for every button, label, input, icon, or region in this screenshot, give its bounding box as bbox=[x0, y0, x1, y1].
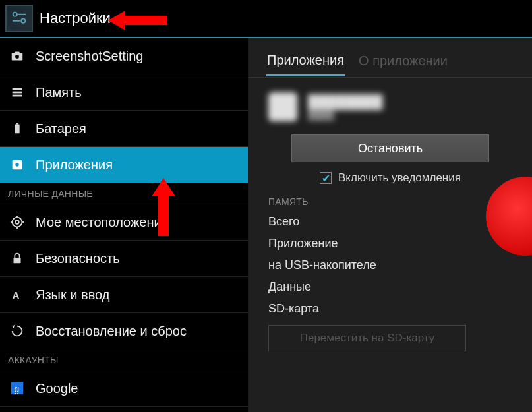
page-title: Настройки bbox=[40, 10, 111, 27]
sidebar-item-label: ScreenshotSetting bbox=[36, 49, 143, 64]
sidebar-item-label: Язык и ввод bbox=[36, 287, 109, 303]
sidebar-item-reset[interactable]: Восстановление и сброс bbox=[0, 313, 248, 349]
svg-rect-9 bbox=[15, 125, 19, 134]
svg-text:g: g bbox=[14, 384, 19, 394]
storage-icon bbox=[8, 85, 26, 100]
app-name: ████████ bbox=[308, 94, 382, 109]
sidebar-item-location[interactable]: Мое местоположение bbox=[0, 204, 248, 241]
app-version: ████ bbox=[308, 109, 382, 120]
svg-point-2 bbox=[21, 19, 25, 23]
svg-point-0 bbox=[13, 13, 17, 16]
memory-row-app: Приложение bbox=[249, 233, 532, 254]
sidebar-item-google[interactable]: g Google bbox=[0, 370, 248, 407]
sidebar-item-apps[interactable]: Приложения bbox=[0, 147, 248, 183]
lock-icon bbox=[8, 251, 26, 266]
apps-icon bbox=[8, 158, 26, 172]
move-sd-button[interactable]: Переместить на SD-карту bbox=[268, 325, 466, 351]
svg-rect-6 bbox=[13, 88, 22, 90]
sidebar-item-label: Приложения bbox=[36, 158, 113, 173]
settings-icon bbox=[5, 5, 33, 32]
sidebar-section-personal: ЛИЧНЫЕ ДАННЫЕ bbox=[0, 183, 248, 204]
svg-point-12 bbox=[15, 163, 19, 167]
annotation-arrow-header bbox=[108, 9, 167, 32]
sidebar-item-memory[interactable]: Память bbox=[0, 74, 248, 111]
sidebar-item-label: Память bbox=[36, 85, 82, 100]
memory-row-usb: на USB-накопителе bbox=[249, 254, 532, 276]
memory-row-data: Данные bbox=[249, 276, 532, 298]
sidebar-item-label: Безопасность bbox=[36, 251, 120, 266]
sidebar-item-security[interactable]: Безопасность bbox=[0, 241, 248, 277]
annotation-arrow-apps bbox=[150, 178, 177, 236]
svg-rect-8 bbox=[13, 95, 22, 97]
sidebar-item-label: Восстановление и сброс bbox=[36, 324, 187, 339]
sidebar-section-accounts: АККАУНТЫ bbox=[0, 349, 248, 370]
sidebar-item-label: Google bbox=[36, 381, 78, 396]
app-info-header: ████████ ████ bbox=[249, 78, 532, 128]
notifications-label: Включить уведомления bbox=[338, 171, 461, 185]
reset-icon bbox=[8, 324, 26, 338]
stop-button[interactable]: Остановить bbox=[291, 134, 489, 162]
battery-icon bbox=[8, 121, 26, 136]
sidebar-item-battery[interactable]: Батарея bbox=[0, 111, 248, 147]
memory-row-sd: SD-карта bbox=[249, 298, 532, 320]
app-header: Настройки bbox=[0, 0, 532, 38]
notifications-row[interactable]: ✔ Включить уведомления bbox=[249, 171, 532, 185]
svg-text:A: A bbox=[13, 290, 20, 301]
google-icon: g bbox=[8, 381, 26, 396]
sidebar-item-language[interactable]: A Язык и ввод bbox=[0, 277, 248, 313]
svg-marker-23 bbox=[152, 178, 175, 236]
app-detail-panel: Приложения О приложении ████████ ████ Ос… bbox=[249, 38, 532, 412]
sidebar-item-label: Батарея bbox=[36, 121, 86, 136]
location-icon bbox=[8, 215, 26, 229]
svg-point-5 bbox=[15, 55, 19, 59]
app-icon bbox=[268, 92, 297, 121]
sidebar-item-screenshot[interactable]: ScreenshotSetting bbox=[0, 38, 248, 74]
svg-rect-7 bbox=[13, 92, 22, 94]
svg-point-13 bbox=[15, 220, 19, 224]
settings-sidebar: ScreenshotSetting Память Батарея Приложе… bbox=[0, 38, 249, 412]
camera-icon bbox=[8, 49, 26, 63]
language-icon: A bbox=[8, 287, 26, 302]
svg-marker-4 bbox=[108, 11, 167, 30]
svg-rect-10 bbox=[16, 123, 18, 125]
svg-point-14 bbox=[13, 218, 22, 227]
svg-rect-19 bbox=[14, 258, 21, 263]
checkbox-icon[interactable]: ✔ bbox=[320, 172, 332, 184]
tab-apps[interactable]: Приложения bbox=[266, 46, 345, 76]
sidebar-item-label: Мое местоположение bbox=[36, 215, 169, 230]
tab-about[interactable]: О приложении bbox=[357, 47, 449, 75]
content-tabs: Приложения О приложении bbox=[249, 45, 532, 78]
